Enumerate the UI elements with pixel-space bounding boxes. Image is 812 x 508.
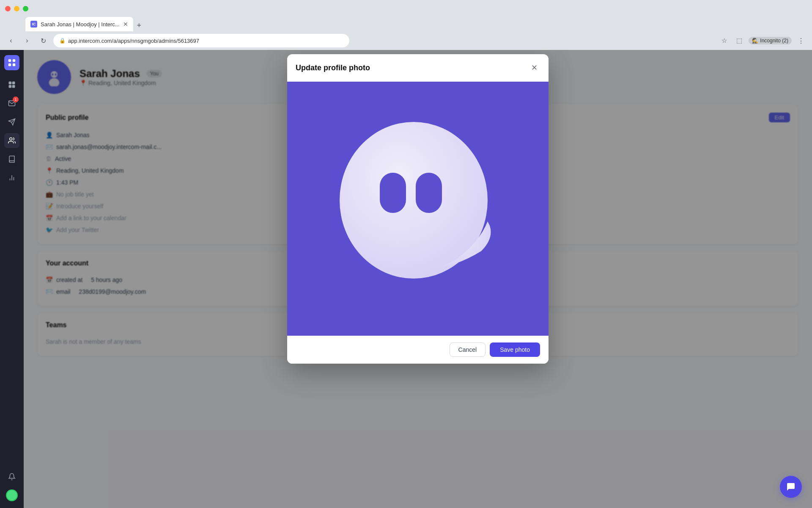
forward-button[interactable]: ›	[21, 35, 33, 47]
incognito-label: Incognito (2)	[760, 38, 788, 44]
svg-rect-4	[9, 82, 12, 85]
sidebar-item-knowledge[interactable]	[4, 152, 19, 167]
back-button[interactable]: ‹	[5, 35, 17, 47]
sidebar-logo[interactable]	[4, 55, 19, 70]
svg-point-10	[10, 138, 12, 140]
sidebar-bottom	[4, 469, 19, 503]
svg-rect-20	[380, 173, 406, 213]
browser-tab[interactable]: IC Sarah Jonas | Moodjoy | Interc... ✕	[25, 17, 133, 31]
extension-button[interactable]: ⬚	[733, 35, 745, 47]
new-tab-button[interactable]: +	[133, 19, 145, 31]
modal-body	[287, 82, 549, 336]
cancel-button[interactable]: Cancel	[450, 342, 486, 357]
incognito-badge: 🕵 Incognito (2)	[749, 37, 792, 44]
maximize-dot[interactable]	[23, 6, 28, 11]
svg-rect-3	[13, 64, 15, 66]
menu-button[interactable]: ⋮	[795, 35, 807, 47]
modal-overlay[interactable]: Update profile photo ✕	[24, 50, 812, 508]
sidebar-item-notifications[interactable]	[4, 469, 19, 484]
lock-icon: 🔒	[59, 38, 66, 44]
browser-chrome: IC Sarah Jonas | Moodjoy | Interc... ✕ +…	[0, 0, 812, 50]
sidebar-item-reports[interactable]	[4, 170, 19, 185]
browser-addressbar: ‹ › ↻ 🔒 app.intercom.com/a/apps/nnsgmgob…	[0, 31, 812, 50]
svg-rect-2	[8, 64, 11, 66]
minimize-dot[interactable]	[14, 6, 19, 11]
svg-rect-5	[12, 82, 15, 85]
svg-rect-21	[416, 173, 442, 213]
sidebar-item-dashboard[interactable]	[4, 77, 19, 92]
reload-button[interactable]: ↻	[37, 35, 49, 47]
close-dot[interactable]	[5, 6, 11, 11]
address-bar[interactable]: 🔒 app.intercom.com/a/apps/nnsgmgob/admin…	[53, 34, 349, 47]
save-photo-button[interactable]: Save photo	[490, 342, 540, 357]
browser-titlebar	[0, 0, 812, 17]
tab-close-button[interactable]: ✕	[123, 21, 128, 28]
chat-float-button[interactable]	[780, 476, 802, 498]
modal-close-button[interactable]: ✕	[528, 62, 540, 74]
browser-actions: ☆ ⬚ 🕵 Incognito (2) ⋮	[718, 35, 807, 47]
tab-title: Sarah Jonas | Moodjoy | Interc...	[41, 21, 120, 28]
sidebar-item-outbound[interactable]	[4, 114, 19, 130]
svg-rect-0	[8, 59, 11, 62]
sidebar-item-contacts[interactable]	[4, 133, 19, 148]
svg-rect-1	[13, 59, 15, 62]
sidebar: 1	[0, 50, 24, 508]
sidebar-item-inbox[interactable]: 1	[4, 96, 19, 111]
svg-rect-6	[9, 85, 12, 88]
bookmark-button[interactable]: ☆	[718, 35, 730, 47]
incognito-icon: 🕵	[752, 38, 758, 44]
modal-header: Update profile photo ✕	[287, 54, 549, 82]
main-content: Sarah Jonas You 📍 Reading, United Kingdo…	[24, 50, 812, 508]
mascot-illustration	[329, 107, 507, 310]
modal-title: Update profile photo	[296, 64, 370, 72]
app-layout: 1	[0, 50, 812, 508]
sidebar-item-settings[interactable]	[4, 488, 19, 503]
update-photo-modal: Update profile photo ✕	[287, 54, 549, 364]
svg-rect-7	[12, 85, 15, 88]
modal-footer: Cancel Save photo	[287, 336, 549, 364]
tab-favicon: IC	[30, 21, 37, 28]
url-text: app.intercom.com/a/apps/nnsgmgob/admins/…	[68, 38, 199, 44]
inbox-badge: 1	[13, 97, 19, 102]
